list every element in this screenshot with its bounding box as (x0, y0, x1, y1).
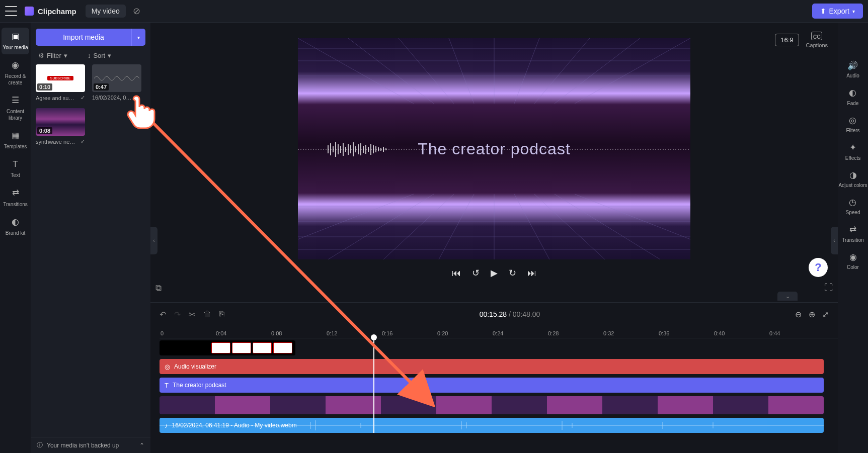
library-icon: ☰ (12, 95, 19, 106)
check-icon: ✓ (81, 95, 85, 101)
skip-back-icon[interactable]: ⏮ (452, 268, 461, 279)
playback-controls: ⏮ ↺ ▶ ↻ ⏭ (452, 259, 536, 287)
track-audio-file[interactable]: ♪16/02/2024, 06:41:19 - Audio - My video… (160, 418, 824, 433)
svg-line-9 (449, 38, 474, 104)
zoom-fit-button[interactable]: ⤢ (822, 310, 829, 319)
prop-effects[interactable]: ✦Effects (845, 140, 860, 164)
cursor-hand-icon (123, 93, 159, 137)
play-button[interactable]: ▶ (491, 267, 498, 279)
preview-overlay-text: The creator podcast (418, 140, 571, 158)
zoom-out-button[interactable]: ⊖ (795, 310, 802, 319)
prop-fade[interactable]: ◐Fade (847, 85, 859, 109)
filters-icon: ◎ (849, 116, 856, 126)
collapse-left-panel-button[interactable]: ‹ (150, 227, 157, 254)
svg-line-19 (514, 194, 549, 259)
svg-line-15 (298, 38, 414, 104)
sort-button[interactable]: ↕ Sort ▾ (88, 52, 111, 59)
chevron-down-icon: ▾ (852, 9, 855, 14)
duplicate-button[interactable]: ⎘ (219, 310, 224, 319)
prop-transition[interactable]: ⇄Transition (842, 222, 864, 246)
text-icon: T (13, 159, 18, 170)
brand-icon: ◐ (12, 217, 19, 228)
svg-line-12 (534, 38, 590, 104)
cloud-sync-off-icon[interactable]: ⊘ (133, 6, 140, 17)
svg-line-20 (383, 194, 454, 259)
export-label: Export (829, 7, 849, 15)
preview-zone: The creator podcast ⏮ ↺ ▶ ↻ ⏭ ⧉ ⛶ (150, 23, 838, 302)
svg-line-21 (534, 194, 605, 259)
rewind-icon[interactable]: ↺ (472, 267, 480, 279)
collapse-right-panel-button[interactable]: ‹ (831, 227, 838, 254)
delete-button[interactable]: 🗑 (203, 310, 211, 319)
import-dropdown-button[interactable]: ▾ (131, 29, 145, 46)
svg-line-14 (555, 38, 640, 104)
contrast-icon: ◑ (849, 170, 857, 180)
palette-icon: ◉ (849, 252, 857, 262)
nav-content-library[interactable]: ☰Content library (2, 92, 29, 125)
nav-your-media[interactable]: ▣Your media (2, 28, 29, 54)
skip-forward-icon[interactable]: ⏭ (527, 268, 536, 279)
app-logo[interactable]: Clipchamp (25, 7, 76, 16)
fullscreen-icon[interactable]: ⛶ (824, 283, 833, 293)
prop-audio[interactable]: 🔊Audio (846, 58, 859, 82)
right-properties-panel: 🔊Audio ◐Fade ◎Filters ✦Effects ◑Adjust c… (838, 23, 868, 453)
media-thumb-1[interactable]: SUBSCRIBE0:10 Agree and su…✓ (36, 64, 85, 101)
check-icon: ✓ (81, 138, 85, 145)
redo-button[interactable]: ↷ (174, 310, 181, 319)
expand-timeline-button[interactable]: ⌄ (777, 292, 798, 301)
svg-line-10 (514, 38, 539, 104)
track-text[interactable]: TThe creator podcast (160, 378, 824, 393)
templates-icon: ▦ (12, 130, 20, 141)
svg-line-24 (298, 194, 414, 239)
effects-icon: ✦ (849, 143, 856, 153)
detach-preview-icon[interactable]: ⧉ (155, 283, 162, 293)
prop-adjust-colors[interactable]: ◑Adjust colors (838, 167, 867, 192)
visualizer-icon: ◎ (165, 363, 170, 371)
import-media-button[interactable]: Import media (36, 29, 131, 46)
backup-status-bar[interactable]: ⓘ Your media isn't backed up ⌃ (31, 437, 150, 453)
speedometer-icon: ◷ (849, 198, 856, 208)
video-title-input[interactable]: My video (86, 5, 126, 18)
info-icon: ⓘ (37, 441, 43, 449)
track-video-synthwave[interactable] (160, 396, 824, 414)
clipchamp-logo-icon (25, 7, 34, 16)
chevron-up-icon: ⌃ (139, 442, 144, 449)
nav-text[interactable]: TText (2, 155, 29, 182)
svg-line-16 (575, 38, 690, 104)
svg-line-13 (348, 38, 434, 104)
nav-transitions[interactable]: ⇄Transitions (2, 184, 29, 211)
timeline-time: 00:15.28 / 00:48.00 (232, 310, 787, 318)
speaker-icon: 🔊 (847, 61, 858, 71)
nav-record-create[interactable]: ◉Record & create (2, 56, 29, 89)
filter-button[interactable]: ⚙ Filter ▾ (38, 52, 67, 59)
transitions-icon: ⇄ (12, 188, 19, 199)
text-track-icon: T (165, 382, 169, 389)
camera-icon: ◉ (12, 60, 19, 71)
nav-brand-kit[interactable]: ◐Brand kit (2, 213, 29, 240)
svg-line-23 (555, 194, 660, 259)
split-button[interactable]: ✂ (189, 310, 195, 319)
media-thumb-3[interactable]: 0:08 synthwave ne…✓ (36, 108, 85, 145)
forward-icon[interactable]: ↻ (509, 267, 516, 279)
prop-color[interactable]: ◉Color (847, 249, 859, 274)
menu-hamburger-icon[interactable] (5, 6, 17, 16)
left-nav: ▣Your media ◉Record & create ☰Content li… (0, 23, 31, 453)
timeline: ↶ ↷ ✂ 🗑 ⎘ 00:15.28 / 00:48.00 ⊖ ⊕ ⤢ 0 0:… (150, 302, 838, 453)
timeline-ruler[interactable]: 0 0:04 0:08 0:12 0:16 0:20 0:24 0:28 0:3… (160, 326, 838, 338)
undo-button[interactable]: ↶ (160, 310, 166, 319)
svg-line-25 (575, 194, 690, 239)
media-icon: ▣ (12, 31, 20, 42)
preview-canvas[interactable]: The creator podcast (298, 38, 690, 259)
media-panel: Import media ▾ ⚙ Filter ▾ ↕ Sort ▾ SUBSC… (31, 23, 150, 453)
zoom-in-button[interactable]: ⊕ (809, 310, 815, 319)
nav-templates[interactable]: ▦Templates (2, 127, 29, 153)
svg-line-11 (399, 38, 454, 104)
export-button[interactable]: ⬆ Export ▾ (812, 4, 863, 19)
prop-speed[interactable]: ◷Speed (846, 195, 860, 219)
svg-line-22 (328, 194, 434, 259)
help-button[interactable]: ? (809, 258, 828, 277)
svg-line-18 (439, 194, 474, 259)
track-clip-subscribe[interactable] (160, 340, 295, 355)
track-audio-visualizer[interactable]: ◎Audio visualizer (160, 359, 824, 374)
prop-filters[interactable]: ◎Filters (846, 113, 859, 137)
